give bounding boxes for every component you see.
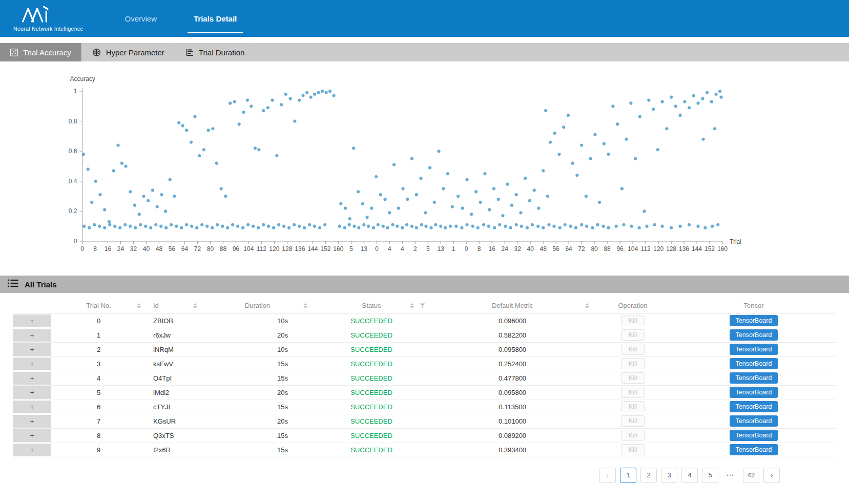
svg-text:104: 104 xyxy=(243,245,254,253)
accuracy-scatter-chart[interactable]: 00.20.40.60.8108162432404856647280889610… xyxy=(0,61,849,255)
expand-row-button[interactable]: + xyxy=(13,314,51,327)
svg-text:8: 8 xyxy=(93,245,97,253)
duration-cell: 20s xyxy=(202,414,313,428)
trial-id-cell: iNRqM xyxy=(146,342,202,356)
tensorboard-button[interactable]: TensorBoard xyxy=(730,344,778,355)
tensor-cell: TensorBoard xyxy=(671,400,836,414)
kill-button[interactable]: Kill xyxy=(621,401,645,412)
column-label[interactable]: Duration xyxy=(245,302,270,309)
kill-button[interactable]: Kill xyxy=(621,315,645,326)
sort-icon[interactable] xyxy=(137,303,141,308)
expand-row-button[interactable]: + xyxy=(13,358,51,370)
column-label[interactable]: Id xyxy=(153,302,159,309)
kill-button[interactable]: Kill xyxy=(621,387,645,398)
pagination-page-3[interactable]: 3 xyxy=(661,468,677,483)
expand-cell: + xyxy=(13,428,51,443)
y-axis-label: Accuracy xyxy=(70,75,95,82)
expand-row-button[interactable]: + xyxy=(13,444,51,456)
tensorboard-button[interactable]: TensorBoard xyxy=(730,387,778,398)
operation-cell: Kill xyxy=(594,313,671,328)
tensorboard-button[interactable]: TensorBoard xyxy=(730,415,778,427)
tensorboard-button[interactable]: TensorBoard xyxy=(730,444,778,455)
sort-icon[interactable] xyxy=(410,303,414,308)
tensorboard-button[interactable]: TensorBoard xyxy=(730,329,778,341)
svg-text:104: 104 xyxy=(628,245,638,253)
expand-row-button[interactable]: + xyxy=(13,415,51,428)
status-cell: SUCCEEDED xyxy=(313,385,430,400)
sort-icon[interactable] xyxy=(193,303,197,308)
pagination-page-2[interactable]: 2 xyxy=(640,468,657,483)
trial-row: +5iMdi220sSUCCEEDED0.095800KillTensorBoa… xyxy=(13,385,836,400)
default-metric-cell: 0.101000 xyxy=(430,414,594,428)
expand-row-button[interactable]: + xyxy=(13,401,51,413)
duration-cell: 20s xyxy=(202,385,313,400)
trial-id-cell: cTYJI xyxy=(146,400,202,414)
sort-icon[interactable] xyxy=(585,303,589,308)
column-default-metric: Default Metric xyxy=(430,298,594,313)
svg-text:80: 80 xyxy=(207,245,214,253)
svg-text:96: 96 xyxy=(616,245,624,253)
expand-row-button[interactable]: + xyxy=(13,372,51,385)
expand-row-button[interactable]: + xyxy=(13,329,51,342)
tab-trial-duration[interactable]: Trial Duration xyxy=(175,43,255,61)
operation-cell: Kill xyxy=(594,356,671,371)
expand-row-button[interactable]: + xyxy=(13,386,51,399)
column-status: Status xyxy=(313,298,430,313)
svg-text:13: 13 xyxy=(438,245,445,253)
trials-table-body: +0ZBIOB10sSUCCEEDED0.096000KillTensorBoa… xyxy=(13,313,836,457)
kill-button[interactable]: Kill xyxy=(621,358,645,369)
kill-button[interactable]: Kill xyxy=(621,415,645,427)
svg-text:160: 160 xyxy=(717,245,728,253)
expand-row-button[interactable]: + xyxy=(13,343,51,356)
status-cell: SUCCEEDED xyxy=(313,356,430,371)
kill-button[interactable]: Kill xyxy=(621,344,645,355)
filter-icon[interactable] xyxy=(420,303,425,308)
kill-button[interactable]: Kill xyxy=(621,372,645,384)
kill-button[interactable]: Kill xyxy=(621,329,645,341)
tensorboard-button[interactable]: TensorBoard xyxy=(730,315,778,326)
svg-text:144: 144 xyxy=(307,245,318,253)
column-label[interactable]: Status xyxy=(362,302,381,309)
svg-text:4: 4 xyxy=(401,245,404,253)
trial-row: +8Q3xTS15sSUCCEEDED0.089200KillTensorBoa… xyxy=(13,428,836,443)
scatter-plot-icon xyxy=(10,49,18,56)
default-metric-cell: 0.582200 xyxy=(430,328,594,342)
tab-hyper-parameter[interactable]: Hyper Parameter xyxy=(82,43,175,61)
trial-no-cell: 3 xyxy=(51,356,146,371)
kill-button[interactable]: Kill xyxy=(621,430,645,441)
duration-cell: 15s xyxy=(202,428,313,443)
kill-button[interactable]: Kill xyxy=(621,444,645,455)
trial-row: +4O4TpI15sSUCCEEDED0.477800KillTensorBoa… xyxy=(13,371,836,385)
default-metric-cell: 0.393400 xyxy=(430,443,594,457)
svg-text:56: 56 xyxy=(169,245,176,253)
pagination-prev-button[interactable]: ‹ xyxy=(599,468,616,483)
pagination-page-1[interactable]: 1 xyxy=(620,468,636,483)
operation-cell: Kill xyxy=(594,443,671,457)
svg-text:13: 13 xyxy=(361,245,368,253)
expand-row-button[interactable]: + xyxy=(13,429,51,442)
nav-overview[interactable]: Overview xyxy=(116,0,167,37)
column-label[interactable]: Default Metric xyxy=(492,302,533,309)
pagination-page-5[interactable]: 5 xyxy=(702,468,718,483)
tensor-cell: TensorBoard xyxy=(671,356,836,371)
top-nav: Overview Trials Detail xyxy=(107,0,256,37)
tensorboard-button[interactable]: TensorBoard xyxy=(730,401,778,412)
tensorboard-button[interactable]: TensorBoard xyxy=(730,372,778,384)
pagination-page-42[interactable]: 42 xyxy=(743,468,759,483)
status-cell: SUCCEEDED xyxy=(313,371,430,385)
nni-logo[interactable]: Neural Network Intelligence xyxy=(13,5,84,32)
tensorboard-button[interactable]: TensorBoard xyxy=(730,358,778,369)
expand-cell: + xyxy=(13,356,51,371)
tensorboard-button[interactable]: TensorBoard xyxy=(730,430,778,441)
tab-trial-accuracy[interactable]: Trial Accuracy xyxy=(0,43,82,61)
svg-text:40: 40 xyxy=(143,245,150,253)
status-cell: SUCCEEDED xyxy=(313,313,430,328)
pagination-page-4[interactable]: 4 xyxy=(681,468,698,483)
svg-text:5: 5 xyxy=(426,245,430,253)
pagination-next-button[interactable]: › xyxy=(763,468,780,483)
column-label[interactable]: Trial No. xyxy=(86,302,111,309)
trial-row: +2iNRqM10sSUCCEEDED0.095800KillTensorBoa… xyxy=(13,342,836,356)
nav-trials-detail[interactable]: Trials Detail xyxy=(184,0,246,37)
pagination-ellipsis[interactable]: ••• xyxy=(722,468,739,483)
sort-icon[interactable] xyxy=(303,303,307,308)
